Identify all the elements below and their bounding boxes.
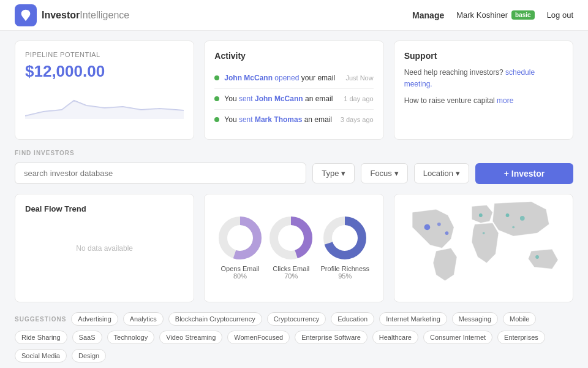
activity-dot-0 xyxy=(214,75,219,80)
tag-internet-marketing[interactable]: Internet Marketing xyxy=(379,312,447,326)
activity-link-1[interactable]: John McCann xyxy=(255,94,303,103)
logo-icon xyxy=(15,4,37,26)
activity-time-2: 3 days ago xyxy=(341,116,374,123)
top-row: Pipeline Potential $12,000.00 Activity J… xyxy=(15,40,573,140)
activity-title: Activity xyxy=(214,51,373,61)
tag-enterprises[interactable]: Enterprises xyxy=(497,331,545,344)
main-content: Pipeline Potential $12,000.00 Activity J… xyxy=(0,31,588,368)
add-investor-button[interactable]: + Investor xyxy=(475,163,573,184)
tag-cryptocurrency[interactable]: Cryptocurrency xyxy=(267,312,326,326)
svg-point-7 xyxy=(437,223,441,226)
activity-item-2: You sent Mark Thomas an email 3 days ago xyxy=(214,110,373,130)
tag-enterprise-software[interactable]: Enterprise Software xyxy=(295,331,368,344)
pipeline-value: $12,000.00 xyxy=(25,62,184,81)
activity-item-0: John McCann opened your email Just Now xyxy=(214,68,373,89)
pie-clicks-email: Clicks Email 70% xyxy=(270,217,312,280)
logo-text: InvestorIntelligence xyxy=(42,10,129,21)
tag-women-focused[interactable]: WomenFocused xyxy=(227,331,290,344)
activity-link-0[interactable]: John McCann xyxy=(224,74,273,82)
pipeline-card: Pipeline Potential $12,000.00 xyxy=(15,40,194,140)
activity-item-1: You sent John McCann an email 1 day ago xyxy=(214,89,373,110)
type-filter-button[interactable]: Type ▾ xyxy=(312,163,355,183)
logo-bold: Investor xyxy=(42,10,80,20)
logout-button[interactable]: Log out xyxy=(547,10,573,20)
support-card: Support Need help reaching investors? sc… xyxy=(394,40,573,140)
pie-label-1: Clicks Email xyxy=(270,265,312,272)
deal-flow-card: Deal Flow Trend No data available xyxy=(15,194,194,302)
tag-consumer-internet[interactable]: Consumer Internet xyxy=(423,331,492,344)
chevron-down-icon: ▾ xyxy=(341,169,345,178)
pie-label-2: Profile Richness xyxy=(321,265,369,272)
svg-point-8 xyxy=(479,213,483,217)
more-link[interactable]: more xyxy=(497,96,513,105)
pie-pct-0: 80% xyxy=(219,272,262,280)
user-name: Mark Koshiner xyxy=(456,10,508,20)
pipeline-label: Pipeline Potential xyxy=(25,51,184,58)
sparkline xyxy=(25,88,184,119)
pie-profile-richness: Profile Richness 95% xyxy=(321,217,369,280)
suggestions-label: SUGGESTIONS xyxy=(15,316,66,323)
tag-video-streaming[interactable]: Video Streaming xyxy=(159,331,222,344)
find-investors-label: FIND INVESTORS xyxy=(15,150,573,156)
header: InvestorIntelligence Manage Mark Koshine… xyxy=(0,0,588,31)
search-input[interactable] xyxy=(15,163,306,184)
nav-user: Mark Koshiner basic xyxy=(456,10,534,20)
focus-filter-button[interactable]: Focus ▾ xyxy=(361,163,407,183)
tag-analytics[interactable]: Analytics xyxy=(123,312,164,326)
activity-text-1: You sent John McCann an email xyxy=(224,94,339,104)
tag-technology[interactable]: Technology xyxy=(107,331,155,344)
no-data-label: No data available xyxy=(25,226,184,271)
tag-design[interactable]: Design xyxy=(72,349,106,362)
tag-messaging[interactable]: Messaging xyxy=(452,312,498,326)
pie-pct-1: 70% xyxy=(270,272,312,280)
schedule-meeting-link[interactable]: schedule meeting. xyxy=(404,68,535,88)
logo-light: Intelligence xyxy=(80,10,129,20)
chevron-down-icon-2: ▾ xyxy=(394,169,399,178)
activity-dot-2 xyxy=(214,117,219,122)
location-filter-button[interactable]: Location ▾ xyxy=(414,163,469,183)
pie-label-0: Opens Email xyxy=(219,265,262,272)
activity-time-1: 1 day ago xyxy=(344,95,373,102)
svg-point-10 xyxy=(520,216,525,221)
pie-opens-email: Opens Email 80% xyxy=(219,217,262,280)
svg-point-14 xyxy=(445,232,448,236)
pie-pct-2: 95% xyxy=(321,272,369,280)
nav-manage[interactable]: Manage xyxy=(412,10,444,20)
svg-point-11 xyxy=(535,255,539,259)
map-card xyxy=(394,194,573,302)
svg-point-9 xyxy=(505,213,509,217)
svg-point-6 xyxy=(424,224,430,231)
svg-point-13 xyxy=(512,226,514,229)
tag-ride-sharing[interactable]: Ride Sharing xyxy=(15,331,67,344)
suggestions-row: SUGGESTIONS Advertising Analytics Blockc… xyxy=(15,312,573,362)
support-title: Support xyxy=(404,51,563,61)
tag-blockchain[interactable]: Blockchain Cryptocurrency xyxy=(168,312,262,326)
activity-text-2: You sent Mark Thomas an email xyxy=(224,115,336,125)
activity-dot-1 xyxy=(214,96,219,101)
tag-education[interactable]: Education xyxy=(331,312,374,326)
tag-social-media[interactable]: Social Media xyxy=(15,349,67,362)
deal-flow-title: Deal Flow Trend xyxy=(25,204,184,213)
header-nav: Manage Mark Koshiner basic Log out xyxy=(412,10,573,20)
support-text-2: How to raise venture capital more xyxy=(404,95,563,107)
tag-advertising[interactable]: Advertising xyxy=(71,312,118,326)
activity-time-0: Just Now xyxy=(345,74,373,82)
tag-healthcare[interactable]: Healthcare xyxy=(372,331,418,344)
support-text-1: Need help reaching investors? schedule m… xyxy=(404,67,563,90)
activity-card: Activity John McCann opened your email J… xyxy=(204,40,383,140)
tag-mobile[interactable]: Mobile xyxy=(503,312,536,326)
logo-svg xyxy=(19,9,32,22)
charts-row: Deal Flow Trend No data available Opens … xyxy=(15,194,573,302)
logo: InvestorIntelligence xyxy=(15,4,412,26)
tag-saas[interactable]: SaaS xyxy=(72,331,102,344)
pie-charts-card: Opens Email 80% Clicks Email 70% Profile… xyxy=(204,194,383,302)
chevron-down-icon-3: ▾ xyxy=(456,169,460,178)
activity-text-0: John McCann opened your email xyxy=(224,73,341,83)
search-row: Type ▾ Focus ▾ Location ▾ + Investor xyxy=(15,163,573,184)
user-badge: basic xyxy=(511,10,535,20)
svg-point-12 xyxy=(482,232,484,235)
activity-link-2[interactable]: Mark Thomas xyxy=(255,115,302,124)
